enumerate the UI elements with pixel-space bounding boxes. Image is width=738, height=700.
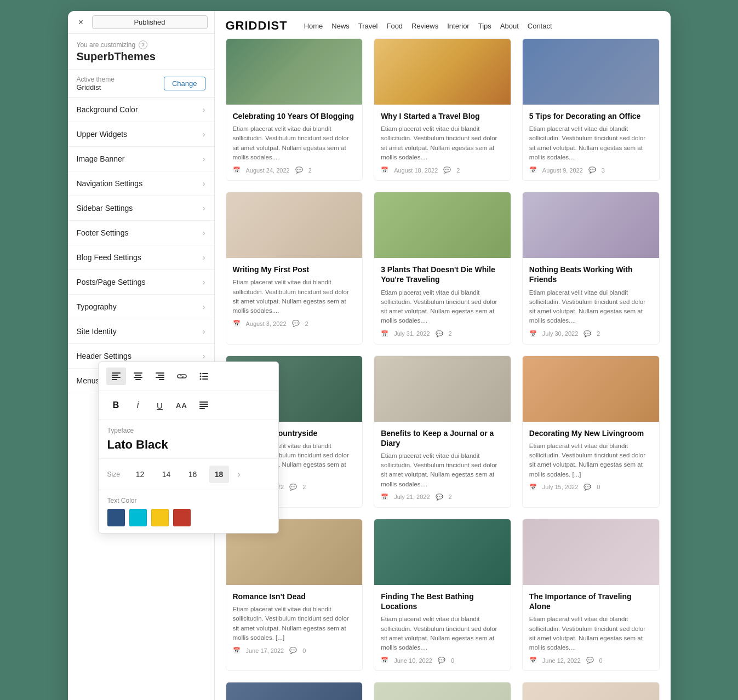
post-comments: 0 [599,657,603,664]
nav-link-news[interactable]: News [331,22,350,30]
chevron-icon: › [203,130,205,139]
card-excerpt: Etiam placerat velit vitae dui blandit s… [529,615,653,652]
post-date: July 30, 2022 [542,330,578,337]
nav-link-about[interactable]: About [500,22,519,30]
customizing-section: You are customizing ? SuperbThemes [68,34,214,70]
comment-icon: 💬 [289,647,297,654]
calendar-icon: 📅 [381,657,388,664]
comment-icon: 💬 [436,330,443,337]
card-image [374,192,511,258]
typeface-section: Typeface Lato Black [99,420,278,459]
nav-link-food[interactable]: Food [386,22,403,30]
svg-rect-17 [202,378,208,380]
svg-point-16 [199,378,201,380]
card-title: Benefits to Keep a Journal or a Diary [381,428,504,448]
link-button[interactable] [172,368,192,385]
card-title: Decorating My New Livingroom [529,428,653,438]
size-18[interactable]: 18 [209,466,229,483]
blog-card[interactable]: Celebrating 10 Years Of Blogging Etiam p… [226,38,363,181]
blog-card[interactable]: Finding The Best Bathing Locations Etiam… [374,519,511,671]
blog-card[interactable]: Writing My First Post Etiam placerat vel… [226,192,363,344]
underline-button[interactable]: U [150,397,170,414]
text-color-label: Text Color [107,497,270,504]
blog-card[interactable]: Decorating My New Livingroom Etiam place… [522,355,660,508]
left-panel: × Published You are customizing ? Superb… [68,11,215,700]
published-button[interactable]: Published [92,15,208,29]
menu-item-typography[interactable]: Typography› [68,295,214,319]
svg-point-14 [199,376,201,377]
nav-link-contact[interactable]: Contact [528,22,552,30]
menu-item-navigation-settings[interactable]: Navigation Settings› [68,171,214,196]
svg-rect-2 [112,377,121,378]
svg-point-12 [199,373,201,375]
paragraph-button[interactable] [194,397,214,414]
blog-grid: Celebrating 10 Years Of Blogging Etiam p… [215,38,671,700]
chevron-icon: › [203,204,205,213]
list-button[interactable] [194,368,214,385]
blog-card[interactable]: The Importance of Traveling Alone Etiam … [522,519,660,671]
menu-item-footer-settings[interactable]: Footer Settings› [68,221,214,245]
comment-icon: 💬 [438,657,445,664]
calendar-icon: 📅 [381,330,388,337]
card-title: Nothing Beats Working With Friends [529,265,653,284]
comment-icon: 💬 [292,320,300,327]
card-image [374,39,511,105]
align-right-button[interactable] [150,368,170,385]
nav-link-reviews[interactable]: Reviews [411,22,438,30]
card-meta: 📅 June 17, 2022 💬 0 [233,647,356,654]
chevron-icon: › [203,253,205,262]
card-excerpt: Etiam placerat velit vitae dui blandit s… [381,615,504,652]
size-14[interactable]: 14 [157,466,176,483]
color-swatch-2[interactable] [151,509,169,526]
menu-item-background-color[interactable]: Background Color› [68,97,214,122]
size-12[interactable]: 12 [130,466,150,483]
change-theme-button[interactable]: Change [164,77,205,90]
menu-item-image-banner[interactable]: Image Banner› [68,147,214,171]
svg-rect-19 [199,404,208,405]
nav-link-home[interactable]: Home [304,22,323,30]
card-excerpt: Etiam placerat velit vitae dui blandit s… [529,441,653,479]
comment-icon: 💬 [586,657,594,664]
card-image [374,519,511,585]
card-meta: 📅 August 3, 2022 💬 2 [233,320,356,327]
color-swatch-0[interactable] [107,509,125,526]
svg-rect-4 [134,372,142,374]
calendar-icon: 📅 [381,494,388,501]
card-meta: 📅 July 21, 2022 💬 2 [381,494,504,501]
blog-card[interactable]: Benefits to Keep a Journal or a Diary Et… [374,355,511,508]
nav-link-interior[interactable]: Interior [447,22,469,30]
color-swatch-1[interactable] [129,509,147,526]
menu-item-posts/page-settings[interactable]: Posts/Page Settings› [68,270,214,295]
align-left-button[interactable] [106,368,126,385]
card-excerpt: Etiam placerat velit vitae dui blandit s… [381,288,504,326]
bold-button[interactable]: B [106,397,126,414]
menu-item-sidebar-settings[interactable]: Sidebar Settings› [68,196,214,221]
blog-card[interactable]: Romance Isn't Dead Etiam placerat velit … [226,519,363,671]
blog-card[interactable]: A Surprising Experience Etiam placerat v… [226,682,363,700]
chevron-icon: › [203,228,205,237]
nav-link-tips[interactable]: Tips [478,22,491,30]
italic-button[interactable]: i [128,397,148,414]
blog-card[interactable]: Looking Yourself In The Mirror Etiam pla… [522,682,660,700]
nav-link-travel[interactable]: Travel [358,22,378,30]
menu-item-upper-widgets[interactable]: Upper Widgets› [68,122,214,147]
align-center-button[interactable] [128,368,148,385]
color-swatch-3[interactable] [173,509,191,526]
blog-card[interactable]: Why I Started a Travel Blog Etiam placer… [374,38,511,181]
size-16[interactable]: 16 [183,466,203,483]
size-more[interactable]: › [238,469,241,479]
blog-card[interactable]: Nothing Beats Working With Friends Etiam… [522,192,660,344]
theme-name: SuperbThemes [77,50,205,63]
card-image [374,356,511,422]
blog-card[interactable]: Thinking Positive Etiam placerat velit v… [374,682,511,700]
post-comments: 2 [456,167,460,174]
help-icon[interactable]: ? [139,41,147,49]
blog-card[interactable]: 5 Tips for Decorating an Office Etiam pl… [522,38,660,181]
uppercase-button[interactable]: AA [172,397,192,414]
menu-item-site-identity[interactable]: Site Identity› [68,319,214,344]
menu-item-blog-feed-settings[interactable]: Blog Feed Settings› [68,245,214,270]
svg-rect-3 [112,379,117,380]
active-theme-label: Active theme [77,76,115,83]
blog-card[interactable]: 3 Plants That Doesn't Die While You're T… [374,192,511,344]
close-button[interactable]: × [75,16,88,29]
